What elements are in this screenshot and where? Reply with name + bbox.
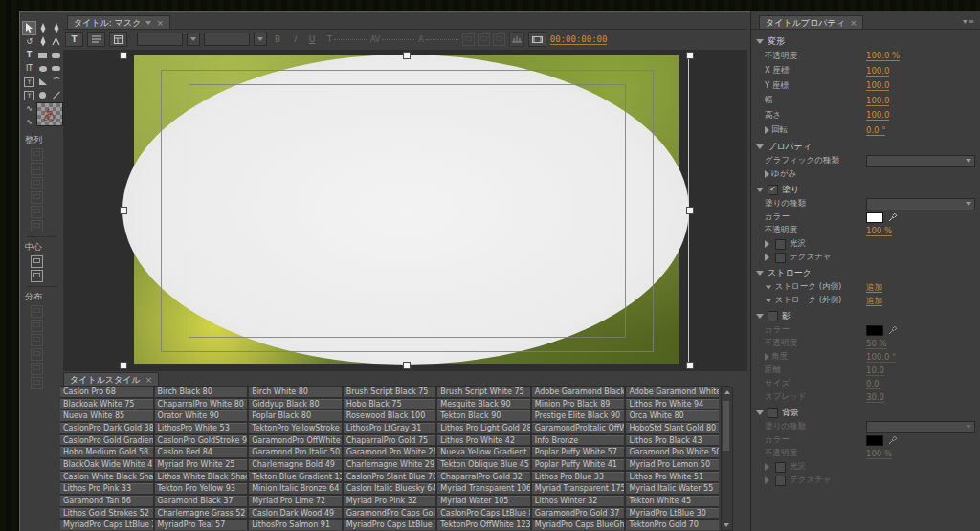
twirl-down-icon[interactable] <box>756 39 764 44</box>
style-item[interactable]: Orator White 90 <box>155 410 248 421</box>
style-item[interactable]: Info Bronze <box>532 435 625 446</box>
style-item[interactable]: Garamond Pro White 50 <box>626 447 719 457</box>
italic-button[interactable]: I <box>288 34 301 44</box>
style-item[interactable]: Caslon Italic Bluesky 64 <box>344 483 436 494</box>
style-item[interactable]: Lithos Winter 32 <box>532 496 625 506</box>
styles-scrollbar[interactable] <box>721 387 733 531</box>
align-center-vertical-icon[interactable] <box>31 206 43 218</box>
distribute-right-icon[interactable] <box>31 334 43 346</box>
scroll-up-icon[interactable] <box>724 390 730 394</box>
align-left-icon[interactable] <box>31 148 43 161</box>
style-item[interactable]: Brush Script White 75 <box>437 387 530 397</box>
style-item[interactable]: Myriad Pro Lemon 50 <box>626 459 719 470</box>
shadow-distance-value[interactable]: 10.0 <box>866 365 884 376</box>
wedge-tool-icon[interactable] <box>36 76 49 88</box>
style-item[interactable]: Garamond Pro White 26 <box>344 447 436 457</box>
style-item[interactable]: Myriad Pro White 25 <box>155 459 248 470</box>
style-item[interactable]: Tekton Blue Gradient 130 <box>249 472 342 482</box>
style-item[interactable]: GaramondPro Gold 37 <box>532 508 625 519</box>
selection-tool-icon[interactable] <box>23 22 35 34</box>
leading-field[interactable] <box>426 38 458 40</box>
style-item[interactable]: Caslon Red 84 <box>155 447 248 457</box>
fill-opacity-value[interactable]: 100 % <box>866 226 892 236</box>
twirl-down-icon[interactable] <box>756 410 764 415</box>
rotation-tool-icon[interactable]: ↺ <box>23 35 35 48</box>
background-opacity-value[interactable]: 100 % <box>866 449 892 459</box>
style-item[interactable]: Lithos Pro Pink 33 <box>60 483 153 494</box>
underline-button[interactable]: U <box>305 34 319 44</box>
fill-color-swatch[interactable] <box>866 212 883 223</box>
delete-anchor-tool-icon[interactable] <box>50 22 62 34</box>
templates-icon[interactable] <box>109 32 127 47</box>
align-bottom-icon[interactable] <box>31 220 43 232</box>
chevron-down-icon[interactable] <box>187 33 200 46</box>
style-item[interactable]: Tekton White 45 <box>626 496 719 506</box>
selection-handle[interactable] <box>686 362 694 369</box>
scroll-down-icon[interactable] <box>724 523 729 527</box>
twirl-right-icon[interactable] <box>765 240 769 248</box>
style-item[interactable]: Nueva White 85 <box>60 410 153 421</box>
twirl-right-icon[interactable] <box>765 170 769 178</box>
distribute-center-horizontal-icon[interactable] <box>31 320 43 332</box>
twirl-down-icon[interactable] <box>756 188 764 192</box>
style-item[interactable]: Myriad Transparent 106 <box>437 483 530 494</box>
path-type-tool-icon[interactable]: ∿ <box>23 102 35 115</box>
graphic-type-select[interactable] <box>866 155 975 167</box>
style-item[interactable]: MyriadPro Caps BlueGhos... <box>532 520 625 530</box>
chevron-down-icon[interactable] <box>145 21 151 25</box>
background-color-swatch[interactable] <box>866 435 883 446</box>
style-item[interactable]: Lithos Pro White 51 <box>626 472 719 482</box>
bold-button[interactable]: B <box>271 34 284 44</box>
eyedropper-icon[interactable] <box>888 212 898 222</box>
twirl-right-icon[interactable] <box>765 476 769 484</box>
style-item[interactable]: Lithos Pro White 42 <box>437 435 530 446</box>
style-item[interactable]: Adobe Garamond Black 90 <box>532 387 625 397</box>
style-item[interactable]: GaramondPro OffWhite 28 <box>249 435 342 446</box>
vertical-area-type-tool-icon[interactable]: T <box>23 89 35 101</box>
arc-tool-icon[interactable] <box>50 76 62 88</box>
distribute-center-vertical-icon[interactable] <box>31 363 43 375</box>
style-item[interactable]: CaslonPro Caps LtBlue 80 <box>437 508 530 519</box>
style-item[interactable]: LithosPro LtGray 31 <box>344 423 436 433</box>
show-background-video-icon[interactable] <box>528 32 546 47</box>
convert-anchor-tool-icon[interactable] <box>50 35 62 48</box>
fill-checkbox[interactable]: ✓ <box>768 185 778 195</box>
style-item[interactable]: Charlemagne Bold 49 <box>249 459 342 470</box>
style-item[interactable]: Tekton Oblique Blue 45 <box>437 459 530 470</box>
rounded-rectangle-tool-icon[interactable] <box>50 49 62 61</box>
twirl-down-icon[interactable] <box>756 314 764 319</box>
style-item[interactable]: Caslon Pro 68 <box>60 387 153 397</box>
ellipse-tool-icon[interactable] <box>36 62 49 75</box>
style-item[interactable]: ChaparralPro Gold 32 <box>437 472 530 482</box>
twirl-down-icon[interactable] <box>756 271 764 276</box>
section-shadow[interactable]: 影 <box>751 309 980 323</box>
align-text-right-icon[interactable] <box>493 33 505 46</box>
vertical-path-type-tool-icon[interactable]: ∿ <box>23 116 35 128</box>
rounded-corner-rectangle-tool-icon[interactable] <box>50 62 62 75</box>
tab-stops-icon[interactable] <box>509 32 524 47</box>
style-preview-swatch[interactable]: あ <box>36 102 63 126</box>
style-item[interactable]: ChaparralPro Gold 75 <box>344 435 436 446</box>
style-item[interactable]: Lithos White Black Shado... <box>155 472 248 482</box>
style-item[interactable]: Brush Script Black 75 <box>344 387 436 397</box>
selection-handle[interactable] <box>686 52 694 59</box>
style-item[interactable]: Adobe Garamond White 90 <box>626 387 719 397</box>
align-top-icon[interactable] <box>31 191 43 204</box>
style-item[interactable]: MyriadPro Teal 57 <box>155 520 248 530</box>
eyedropper-icon[interactable] <box>888 325 898 335</box>
style-item[interactable]: BlackOak Wide White 43 <box>60 459 153 470</box>
style-item[interactable]: Myriad Pro Lime 72 <box>249 496 342 506</box>
shadow-opacity-value[interactable]: 50 % <box>866 339 887 349</box>
style-item[interactable]: Lithos Pro Light Gold 28 <box>437 423 530 433</box>
height-value[interactable]: 100.0 <box>866 110 889 121</box>
shadow-spread-value[interactable]: 30.0 <box>866 392 884 403</box>
style-item[interactable]: CaslonPro Gold Gradient ... <box>60 435 153 446</box>
background-sheen-checkbox[interactable] <box>775 462 786 473</box>
style-item[interactable]: Lithos Pro Black 43 <box>626 435 719 446</box>
style-item[interactable]: Poplar Puffy White 41 <box>532 459 625 470</box>
style-item[interactable]: MyriadPro Caps LtBlue 26 <box>60 520 153 530</box>
style-item[interactable]: TektonPro Gold 70 <box>626 520 719 530</box>
twirl-down-icon[interactable] <box>756 144 764 149</box>
section-properties[interactable]: プロパティ <box>751 140 980 154</box>
background-checkbox[interactable] <box>768 408 778 418</box>
